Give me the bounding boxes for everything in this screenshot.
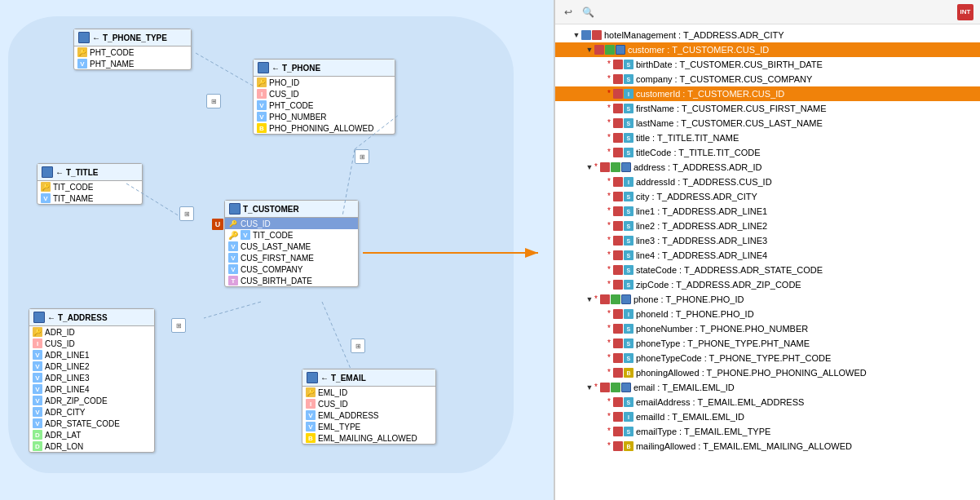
asterisk: * <box>607 368 611 378</box>
arrow-label: ← <box>55 168 64 177</box>
red-icon <box>600 383 610 392</box>
tree-item-phonetypecode[interactable]: * S phoneTypeCode : T_PHONE_TYPE.PHT_COD… <box>555 351 980 365</box>
tree-item-phone[interactable]: ▼ * phone : T_PHONE.PHO_ID <box>555 292 980 307</box>
red-icon <box>613 324 623 334</box>
col-pht-name: V PHT_NAME <box>74 58 191 69</box>
red-icon <box>613 148 623 157</box>
cyan-icon: I <box>624 309 633 319</box>
i-icon: I <box>306 399 316 409</box>
red-icon <box>613 104 623 113</box>
table-name-t-phone-type: T_PHONE_TYPE <box>103 33 167 42</box>
asterisk: * <box>607 412 611 422</box>
col-eml-address: V EML_ADDRESS <box>302 409 435 421</box>
connector-customer-address: ⊞ <box>171 318 186 333</box>
asterisk: * <box>594 383 598 392</box>
table-t-title[interactable]: ← T_TITLE 🔑 TIT_CODE V TIT_NAME <box>37 163 143 205</box>
tree-item-phoneid[interactable]: * I phoneId : T_PHONE.PHO_ID <box>555 307 980 321</box>
col-pho-number: V PHO_NUMBER <box>254 111 395 122</box>
tree-arrow: ▼ <box>585 383 594 392</box>
cyan-icon: S <box>624 353 633 363</box>
asterisk: * <box>607 221 611 231</box>
tree-item-line3[interactable]: * S line3 : T_ADDRESS.ADR_LINE3 <box>555 233 980 248</box>
table-header-t-title: ← T_TITLE <box>38 164 142 181</box>
red-icon <box>613 280 623 290</box>
pk-icon: 🔑 <box>257 77 267 87</box>
tree-item-firstname[interactable]: * S firstName : T_CUSTOMER.CUS_FIRST_NAM… <box>555 101 980 116</box>
cyan-icon: S <box>624 280 633 290</box>
asterisk: * <box>607 265 611 275</box>
cyan-icon: S <box>624 397 633 407</box>
table-icon <box>33 312 45 323</box>
tree-item-address[interactable]: ▼ * address : T_ADDRESS.ADR_ID <box>555 160 980 175</box>
tree-icon-set: * I <box>607 412 633 422</box>
asterisk: * <box>607 177 611 187</box>
table-t-customer[interactable]: T_CUSTOMER 🔑 CUS_ID 🔑 V TIT_CODE V CUS_L… <box>224 200 359 287</box>
tree-item-statecode[interactable]: * S stateCode : T_ADDRESS.ADR_STATE_CODE <box>555 263 980 277</box>
tree-item-mailingallowed[interactable]: * B mailingAllowed : T_EMAIL.EML_MAILING… <box>555 439 980 454</box>
tree-item-city[interactable]: * S city : T_ADDRESS.ADR_CITY <box>555 189 980 204</box>
table-name-t-address: T_ADDRESS <box>58 313 108 322</box>
col-cus-last-name: V CUS_LAST_NAME <box>225 241 358 252</box>
arrow-label: ← <box>271 64 280 73</box>
tree-item-customerid[interactable]: * I customerId : T_CUSTOMER.CUS_ID <box>555 86 980 101</box>
back-icon[interactable]: ↩ <box>562 6 575 19</box>
table-t-email[interactable]: ← T_EMAIL 🔑 EML_ID I CUS_ID V EML_ADDRES… <box>302 369 436 445</box>
grn-icon <box>611 294 620 304</box>
tree-item-phoningallowed[interactable]: * B phoningAllowed : T_PHONE.PHO_PHONING… <box>555 365 980 380</box>
cyan-icon: S <box>624 250 633 260</box>
search-icon[interactable]: 🔍 <box>581 6 594 19</box>
tree-item-lastname[interactable]: * S lastName : T_CUSTOMER.CUS_LAST_NAME <box>555 116 980 131</box>
key-icon: 🔑 <box>228 231 238 240</box>
arrow-label: ← <box>320 374 329 383</box>
pk-icon: 🔑 <box>306 387 316 397</box>
tree-icon-set: * I <box>607 177 633 187</box>
tree-item-line4[interactable]: * S line4 : T_ADDRESS.ADR_LINE4 <box>555 248 980 263</box>
v-icon: V <box>33 373 42 383</box>
red-icon <box>613 236 623 246</box>
table-t-address[interactable]: ← T_ADDRESS 🔑 ADR_ID I CUS_ID V ADR_LINE… <box>29 308 155 453</box>
v-icon: V <box>257 100 267 110</box>
v-icon: V <box>257 112 267 122</box>
col-cus-company: V CUS_COMPANY <box>225 263 358 275</box>
cyan-icon: S <box>624 265 633 275</box>
red-icon <box>613 118 623 128</box>
v-icon: V <box>33 361 42 371</box>
tree-item-phonenumber[interactable]: * S phoneNumber : T_PHONE.PHO_NUMBER <box>555 321 980 336</box>
table-t-phone[interactable]: ← T_PHONE 🔑 PHO_ID I CUS_ID V PHT_CODE V… <box>253 59 395 135</box>
cyan-icon: S <box>624 148 633 157</box>
tree-label-phoneid: phoneId : T_PHONE.PHO_ID <box>636 309 754 319</box>
tree-item-emailtype[interactable]: * S emailType : T_EMAIL.EML_TYPE <box>555 424 980 439</box>
pk-icon: 🔑 <box>41 182 51 192</box>
tree-item-line2[interactable]: * S line2 : T_ADDRESS.ADR_LINE2 <box>555 219 980 233</box>
tree-label-emailid: emailId : T_EMAIL.EML_ID <box>636 412 744 422</box>
tree-item-emailaddress[interactable]: * S emailAddress : T_EMAIL.EML_ADDRESS <box>555 395 980 409</box>
red-icon <box>592 30 602 40</box>
d-icon: D <box>33 441 42 451</box>
v-icon: V <box>241 230 250 240</box>
tree-item-line1[interactable]: * S line1 : T_ADDRESS.ADR_LINE1 <box>555 204 980 219</box>
tree-item-zipcode[interactable]: * S zipCode : T_ADDRESS.ADR_ZIP_CODE <box>555 277 980 292</box>
cyan-icon: I <box>624 177 633 187</box>
table-name-t-phone: T_PHONE <box>282 64 320 73</box>
tree-label-phoningallowed: phoningAllowed : T_PHONE.PHO_PHONING_ALL… <box>636 368 867 378</box>
tree-item-addressid[interactable]: * I addressId : T_ADDRESS.CUS_ID <box>555 175 980 189</box>
v-icon: V <box>33 396 42 405</box>
red-icon <box>613 60 623 69</box>
tree-item-customer[interactable]: ▼ customer : T_CUSTOMER.CUS_ID <box>555 42 980 57</box>
tree-label-customer: customer : T_CUSTOMER.CUS_ID <box>628 45 769 55</box>
tree-icon-set <box>581 30 602 40</box>
table-t-phone-type[interactable]: ← T_PHONE_TYPE 🔑 PHT_CODE V PHT_NAME <box>73 29 192 70</box>
tree-icon-set: * B <box>607 441 633 451</box>
tree-item-emailid[interactable]: * I emailId : T_EMAIL.EML_ID <box>555 409 980 424</box>
tree-icon-set: * S <box>607 221 633 231</box>
tree-item-title[interactable]: * S title : T_TITLE.TIT_NAME <box>555 131 980 145</box>
asterisk: * <box>607 133 611 143</box>
tree-item-birthdate[interactable]: * S birthDate : T_CUSTOMER.CUS_BIRTH_DAT… <box>555 57 980 72</box>
col-adr-line2: V ADR_LINE2 <box>29 361 154 372</box>
tree-item-company[interactable]: * S company : T_CUSTOMER.CUS_COMPANY <box>555 72 980 86</box>
tree-icon-set: * B <box>607 368 633 378</box>
tree-item-phonetype[interactable]: * S phoneType : T_PHONE_TYPE.PHT_NAME <box>555 336 980 351</box>
tree-item-titlecode[interactable]: * S titleCode : T_TITLE.TIT_CODE <box>555 145 980 160</box>
tree-item-email[interactable]: ▼ * email : T_EMAIL.EML_ID <box>555 380 980 395</box>
tree-item-hotel-management[interactable]: ▼ hotelManagement : T_ADDRESS.ADR_CITY <box>555 28 980 42</box>
